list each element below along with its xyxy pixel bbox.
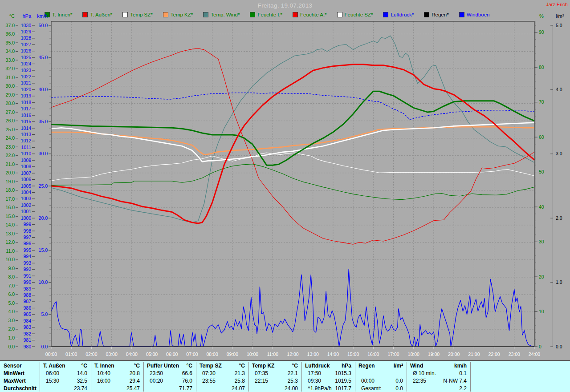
table-unit-temp-kz: °C — [272, 362, 298, 369]
lm2-tick-label: 0.0 — [556, 344, 562, 349]
table-separator — [40, 362, 40, 392]
hpa-tick-label: 1009 — [21, 158, 32, 163]
table-value-luftdruck: 1017.7 — [319, 385, 351, 392]
kmh-tick-label: 30.0 — [39, 151, 48, 156]
kmh-tick-label: 25.0 — [39, 183, 48, 189]
percent-tick-label: 70 — [539, 99, 544, 105]
percent-tick-label: 90 — [539, 29, 544, 35]
celsius-tick-label: 0.0 — [8, 344, 15, 349]
time-tick-label: 17:00 — [387, 352, 399, 357]
hpa-tick-label: 1011 — [21, 145, 31, 150]
hpa-tick-label: 1024 — [21, 61, 32, 66]
percent-tick-label: 40 — [539, 204, 544, 210]
time-tick-label: 15:00 — [347, 352, 359, 357]
celsius-tick-label: 10.0 — [6, 257, 15, 262]
hpa-tick-label: 997 — [23, 234, 31, 240]
hpa-tick-label: 993 — [23, 260, 31, 266]
hpa-tick-label: 1010 — [21, 151, 32, 156]
hpa-tick-label: 1000 — [21, 215, 32, 221]
hpa-tick-label: 1018 — [21, 100, 32, 105]
time-tick-label: 21:00 — [468, 352, 480, 357]
hpa-tick-label: 1025 — [21, 55, 32, 60]
hpa-tick-label: 1005 — [21, 183, 32, 189]
kmh-tick-label: 45.0 — [39, 55, 48, 60]
hpa-tick-label: 1020 — [21, 87, 32, 92]
lm2-tick-label: 2.0 — [556, 215, 562, 221]
celsius-tick-label: 7.0 — [8, 283, 15, 288]
lm2-axis-unit: l/m² — [556, 13, 564, 19]
hpa-tick-label: 989 — [23, 286, 31, 291]
hpa-tick-label: 1029 — [21, 29, 32, 34]
hpa-tick-label: 998 — [23, 228, 31, 234]
kmh-tick-label: 5.0 — [41, 311, 48, 317]
hpa-tick-label: 992 — [23, 267, 31, 272]
table-value-temp-sz: 24.07 — [213, 385, 245, 392]
celsius-tick-label: 12.0 — [6, 239, 15, 245]
celsius-tick-label: 11.0 — [6, 248, 15, 254]
time-tick-label: 22:00 — [488, 352, 500, 357]
table-value-t-innen: 25.47 — [108, 385, 140, 392]
table-row-label: MaxWert — [4, 377, 38, 384]
celsius-tick-label: 34.0 — [6, 48, 15, 54]
celsius-tick-label: 30.0 — [6, 83, 15, 89]
kmh-tick-label: 35.0 — [39, 119, 48, 124]
table-value-wind: N-NW 7.4 — [435, 377, 467, 384]
hpa-tick-label: 985 — [23, 311, 31, 317]
celsius-tick-label: 5.0 — [8, 300, 15, 306]
table-row-label: Sensor — [4, 362, 38, 369]
percent-tick-label: 60 — [539, 134, 544, 140]
time-tick-label: 23:00 — [509, 352, 520, 357]
table-separator — [91, 362, 91, 392]
time-tick-label: 05:00 — [146, 352, 158, 357]
hpa-axis-unit: hPa — [22, 13, 31, 19]
table-value-regen: 0.0 — [371, 385, 403, 392]
percent-axis-unit: % — [539, 13, 544, 19]
hpa-tick-label: 1026 — [21, 48, 32, 53]
table-unit-puffer-unten: °C — [167, 362, 192, 369]
hpa-tick-label: 1023 — [21, 68, 32, 73]
table-value-t-au-en: 23.74 — [55, 385, 87, 392]
table-unit-t-innen: °C — [114, 362, 140, 369]
hpa-tick-label: 1027 — [21, 42, 32, 47]
lm2-tick-label: 4.0 — [556, 87, 562, 92]
celsius-tick-label: 13.0 — [6, 231, 15, 236]
celsius-tick-label: 35.0 — [6, 40, 15, 45]
table-value-puffer-unten: 71.77 — [160, 385, 192, 392]
time-tick-label: 13:00 — [307, 352, 319, 357]
lm2-tick-label: 3.0 — [556, 151, 562, 156]
celsius-tick-label: 19.0 — [6, 179, 15, 184]
celsius-tick-label: 4.0 — [8, 309, 15, 314]
hpa-tick-label: 983 — [23, 324, 31, 330]
hpa-tick-label: 986 — [23, 305, 31, 311]
hpa-tick-label: 1019 — [21, 93, 32, 98]
hpa-tick-label: 984 — [23, 318, 31, 323]
time-tick-label: 12:00 — [287, 352, 298, 357]
celsius-tick-label: 25.0 — [6, 127, 15, 132]
hpa-tick-label: 1004 — [21, 190, 32, 195]
axis-time — [51, 347, 534, 349]
kmh-tick-label: 15.0 — [39, 247, 48, 253]
table-separator — [248, 362, 249, 392]
percent-tick-label: 10 — [539, 309, 544, 314]
table-value-temp-sz: 25.8 — [213, 377, 245, 384]
time-tick-label: 16:00 — [367, 352, 379, 357]
celsius-tick-label: 18.0 — [6, 187, 15, 193]
hpa-tick-label: 980 — [23, 344, 31, 349]
kmh-tick-label: 10.0 — [39, 279, 48, 285]
hpa-tick-label: 1006 — [21, 177, 32, 182]
time-tick-label: 00:00 — [45, 352, 57, 357]
time-tick-label: 10:00 — [247, 352, 258, 357]
celsius-tick-label: 33.0 — [6, 57, 15, 63]
time-tick-label: 24:00 — [529, 352, 540, 357]
table-row-label: MinWert — [4, 370, 38, 377]
celsius-tick-label: 22.0 — [6, 153, 15, 158]
axis-kmh — [49, 25, 51, 347]
lm2-tick-label: 1.0 — [556, 279, 562, 285]
table-value-puffer-unten: 66.6 — [160, 370, 192, 377]
time-tick-label: 07:00 — [186, 352, 198, 357]
celsius-tick-label: 24.0 — [6, 135, 15, 141]
time-tick-label: 03:00 — [106, 352, 117, 357]
time-tick-label: 09:00 — [227, 352, 238, 357]
celsius-tick-label: 15.0 — [6, 214, 15, 219]
percent-tick-label: 50 — [539, 169, 544, 174]
